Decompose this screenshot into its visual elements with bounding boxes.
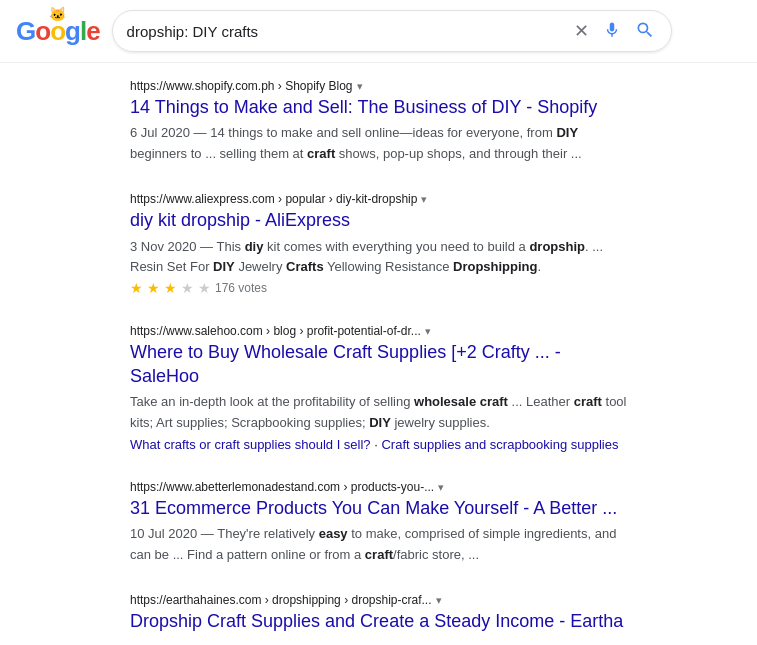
result-title[interactable]: Dropship Craft Supplies and Create a Ste…: [130, 610, 627, 645]
search-input[interactable]: dropship: DIY crafts: [127, 23, 572, 40]
result-snippet: 3 Nov 2020 — This diy kit comes with eve…: [130, 237, 627, 278]
stars-row: ★ ★ ★ ★ ★ 176 votes: [130, 280, 627, 296]
clear-button[interactable]: ✕: [572, 18, 591, 44]
result-dropdown-icon[interactable]: ▾: [357, 80, 363, 93]
result-sub-link[interactable]: Craft supplies and scrapbooking supplies: [381, 437, 618, 452]
search-bar: dropship: DIY crafts ✕: [112, 10, 672, 52]
search-icon-group: ✕: [572, 18, 657, 45]
result-url: https://www.aliexpress.com › popular › d…: [130, 192, 417, 206]
result-title[interactable]: 31 Ecommerce Products You Can Make Yours…: [130, 497, 627, 520]
result-url: https://www.abetterlemonadestand.com › p…: [130, 480, 434, 494]
header: 🐱 Google dropship: DIY crafts ✕: [0, 0, 757, 63]
star-icon: ★: [147, 280, 160, 296]
search-submit-icon: [635, 20, 655, 43]
logo-area: 🐱 Google: [16, 16, 100, 47]
result-url-line: https://www.aliexpress.com › popular › d…: [130, 192, 627, 206]
result-url-line: https://earthahaines.com › dropshipping …: [130, 593, 627, 607]
result-url: https://earthahaines.com › dropshipping …: [130, 593, 432, 607]
clear-icon: ✕: [574, 20, 589, 42]
result-title[interactable]: diy kit dropship - AliExpress: [130, 209, 627, 232]
results-container: https://www.shopify.com.ph › Shopify Blo…: [0, 63, 757, 645]
search-submit-button[interactable]: [633, 18, 657, 45]
result-links: What crafts or craft supplies should I s…: [130, 437, 627, 452]
logo-cat-decoration: 🐱: [16, 6, 100, 22]
result-url-line: https://www.salehoo.com › blog › profit-…: [130, 324, 627, 338]
result-item: https://www.aliexpress.com › popular › d…: [130, 192, 627, 296]
snippet-highlight: everyone: [466, 125, 519, 140]
result-url-line: https://www.abetterlemonadestand.com › p…: [130, 480, 627, 494]
star-icon: ★: [164, 280, 177, 296]
result-url: https://www.shopify.com.ph › Shopify Blo…: [130, 79, 353, 93]
result-title[interactable]: Where to Buy Wholesale Craft Supplies [+…: [130, 341, 627, 388]
voice-button[interactable]: [601, 19, 623, 44]
result-dropdown-icon[interactable]: ▾: [436, 594, 442, 607]
result-url: https://www.salehoo.com › blog › profit-…: [130, 324, 421, 338]
star-empty-icon: ★: [198, 280, 211, 296]
result-dropdown-icon[interactable]: ▾: [421, 193, 427, 206]
result-dropdown-icon[interactable]: ▾: [438, 481, 444, 494]
mic-icon: [603, 21, 621, 42]
result-title[interactable]: 14 Things to Make and Sell: The Business…: [130, 96, 627, 119]
votes-count: 176 votes: [215, 281, 267, 295]
result-item: https://earthahaines.com › dropshipping …: [130, 593, 627, 645]
result-dropdown-icon[interactable]: ▾: [425, 325, 431, 338]
result-item: https://www.shopify.com.ph › Shopify Blo…: [130, 79, 627, 164]
result-sub-link[interactable]: What crafts or craft supplies should I s…: [130, 437, 371, 452]
logo-wrapper: 🐱 Google: [16, 16, 100, 47]
result-snippet: 10 Jul 2020 — They're relatively easy to…: [130, 524, 627, 565]
result-item: https://www.abetterlemonadestand.com › p…: [130, 480, 627, 565]
result-url-line: https://www.shopify.com.ph › Shopify Blo…: [130, 79, 627, 93]
result-item: https://www.salehoo.com › blog › profit-…: [130, 324, 627, 452]
star-empty-icon: ★: [181, 280, 194, 296]
star-icon: ★: [130, 280, 143, 296]
result-snippet: 6 Jul 2020 — 14 things to make and sell …: [130, 123, 627, 164]
result-snippet: Take an in-depth look at the profitabili…: [130, 392, 627, 433]
